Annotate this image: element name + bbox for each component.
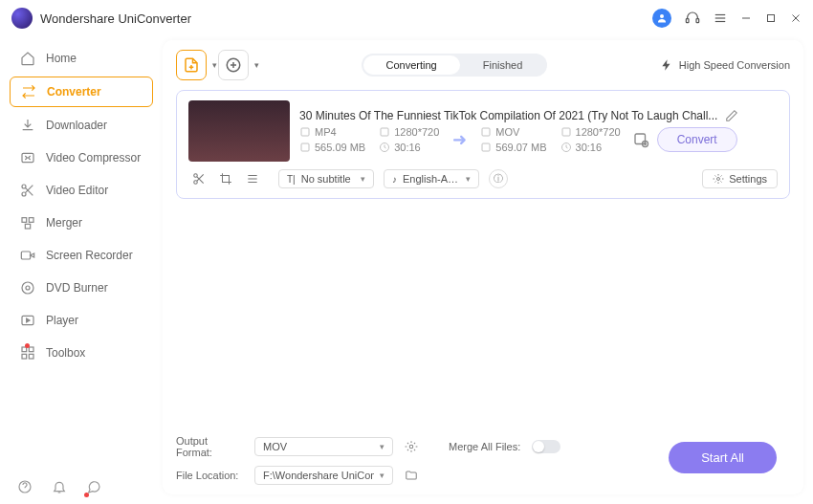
svg-rect-22 bbox=[22, 354, 27, 359]
info-button[interactable]: ⓘ bbox=[489, 169, 508, 188]
format-settings-icon[interactable] bbox=[405, 440, 418, 453]
svg-rect-30 bbox=[482, 128, 490, 136]
high-speed-label: High Speed Conversion bbox=[679, 59, 790, 71]
bell-icon[interactable] bbox=[52, 479, 67, 494]
svg-point-0 bbox=[660, 14, 664, 18]
subtitle-select[interactable]: T|No subtitle▾ bbox=[278, 169, 374, 188]
sidebar-item-label: Merger bbox=[46, 216, 82, 230]
product-name: Wondershare UniConverter bbox=[40, 11, 191, 26]
sidebar-item-merger[interactable]: Merger bbox=[10, 208, 153, 237]
close-icon[interactable] bbox=[790, 12, 802, 24]
high-speed-toggle[interactable]: High Speed Conversion bbox=[660, 58, 790, 72]
svg-point-36 bbox=[194, 174, 198, 178]
output-format-select[interactable]: MOV▾ bbox=[254, 437, 393, 456]
trim-icon[interactable] bbox=[192, 172, 206, 186]
sidebar-item-label: Toolbox bbox=[46, 346, 85, 360]
record-icon bbox=[19, 248, 36, 263]
sidebar-item-player[interactable]: Player bbox=[10, 306, 153, 335]
help-icon[interactable] bbox=[17, 479, 33, 494]
file-card: 30 Minutes Of The Funniest TikTok Compil… bbox=[176, 90, 790, 199]
crop-icon[interactable] bbox=[219, 172, 232, 186]
sidebar-item-label: Video Compressor bbox=[46, 151, 141, 164]
svg-rect-1 bbox=[686, 19, 689, 23]
audio-select[interactable]: ♪English-Advan...▾ bbox=[384, 169, 479, 188]
output-format-label: Output Format: bbox=[176, 435, 243, 458]
svg-rect-31 bbox=[562, 128, 570, 136]
svg-rect-16 bbox=[21, 252, 30, 259]
tab-converting[interactable]: Converting bbox=[363, 55, 460, 75]
tab-finished[interactable]: Finished bbox=[460, 55, 546, 75]
edit-title-icon[interactable] bbox=[725, 109, 738, 122]
open-folder-icon[interactable] bbox=[405, 469, 418, 482]
src-size: 565.09 MB bbox=[315, 142, 365, 153]
minimize-icon[interactable] bbox=[740, 12, 752, 24]
dst-size: 569.07 MB bbox=[495, 142, 546, 153]
file-settings-button[interactable]: Settings bbox=[702, 169, 778, 188]
content-area: ▾ ▾ Converting Finished High Speed Conve… bbox=[163, 40, 803, 494]
start-all-button[interactable]: Start All bbox=[669, 442, 777, 473]
svg-rect-34 bbox=[635, 134, 646, 144]
add-circle-button[interactable]: ▾ bbox=[218, 50, 249, 80]
svg-point-18 bbox=[26, 286, 30, 290]
user-avatar[interactable] bbox=[652, 9, 671, 28]
sidebar-item-home[interactable]: Home bbox=[10, 44, 153, 73]
headset-icon[interactable] bbox=[685, 11, 700, 26]
preset-settings-icon[interactable] bbox=[632, 131, 649, 148]
svg-rect-26 bbox=[301, 128, 309, 136]
sidebar-item-downloader[interactable]: Downloader bbox=[10, 111, 153, 140]
sidebar-item-label: Converter bbox=[47, 85, 101, 99]
menu-icon[interactable] bbox=[714, 11, 727, 25]
status-tabs: Converting Finished bbox=[362, 54, 548, 77]
sidebar-item-toolbox[interactable]: Toolbox bbox=[10, 339, 153, 367]
svg-rect-14 bbox=[29, 218, 33, 223]
svg-point-12 bbox=[22, 192, 26, 196]
svg-point-42 bbox=[409, 445, 413, 449]
dst-duration: 30:16 bbox=[576, 142, 603, 153]
maximize-icon[interactable] bbox=[765, 12, 777, 24]
svg-rect-13 bbox=[22, 218, 27, 223]
output-format-value: MOV bbox=[263, 441, 287, 452]
audio-value: English-Advan... bbox=[403, 173, 460, 185]
svg-point-17 bbox=[22, 282, 33, 294]
effects-icon[interactable] bbox=[246, 172, 259, 186]
compress-icon bbox=[19, 150, 36, 165]
sidebar-item-compressor[interactable]: Video Compressor bbox=[10, 143, 153, 172]
sidebar-item-label: Video Editor bbox=[46, 184, 108, 197]
svg-point-41 bbox=[717, 178, 720, 181]
merge-icon bbox=[19, 215, 36, 230]
file-location-select[interactable]: F:\Wondershare UniConverter▾ bbox=[254, 466, 393, 485]
message-icon[interactable] bbox=[86, 479, 101, 494]
svg-rect-23 bbox=[29, 354, 33, 359]
svg-rect-20 bbox=[22, 347, 27, 352]
sidebar-item-label: Player bbox=[46, 314, 78, 327]
src-duration: 30:16 bbox=[394, 142, 421, 153]
merge-toggle[interactable] bbox=[532, 440, 560, 453]
file-title: 30 Minutes Of The Funniest TikTok Compil… bbox=[299, 109, 717, 122]
disc-icon bbox=[19, 280, 36, 296]
sidebar-item-editor[interactable]: Video Editor bbox=[10, 176, 153, 205]
svg-rect-21 bbox=[29, 347, 33, 352]
dst-format: MOV bbox=[495, 126, 519, 138]
grid-icon bbox=[19, 345, 36, 361]
home-icon bbox=[19, 51, 36, 66]
bolt-icon bbox=[660, 58, 673, 72]
svg-rect-15 bbox=[25, 224, 30, 229]
svg-rect-7 bbox=[768, 15, 775, 22]
add-file-button[interactable]: ▾ bbox=[176, 50, 207, 80]
download-icon bbox=[19, 118, 36, 133]
dst-resolution: 1280*720 bbox=[576, 126, 621, 138]
sidebar-item-label: Screen Recorder bbox=[46, 249, 133, 262]
sidebar-item-recorder[interactable]: Screen Recorder bbox=[10, 241, 153, 270]
settings-label: Settings bbox=[729, 173, 767, 185]
sidebar-item-label: Downloader bbox=[46, 119, 107, 132]
svg-point-11 bbox=[22, 185, 26, 188]
svg-rect-27 bbox=[381, 128, 388, 136]
video-thumbnail[interactable] bbox=[188, 100, 290, 162]
convert-button[interactable]: Convert bbox=[657, 127, 737, 152]
svg-rect-32 bbox=[482, 143, 490, 151]
arrow-icon: ➜ bbox=[452, 129, 467, 150]
sidebar-item-dvd[interactable]: DVD Burner bbox=[10, 274, 153, 302]
scissors-icon bbox=[19, 183, 36, 198]
sidebar-item-converter[interactable]: Converter bbox=[10, 77, 153, 107]
sidebar-item-label: Home bbox=[46, 52, 77, 65]
